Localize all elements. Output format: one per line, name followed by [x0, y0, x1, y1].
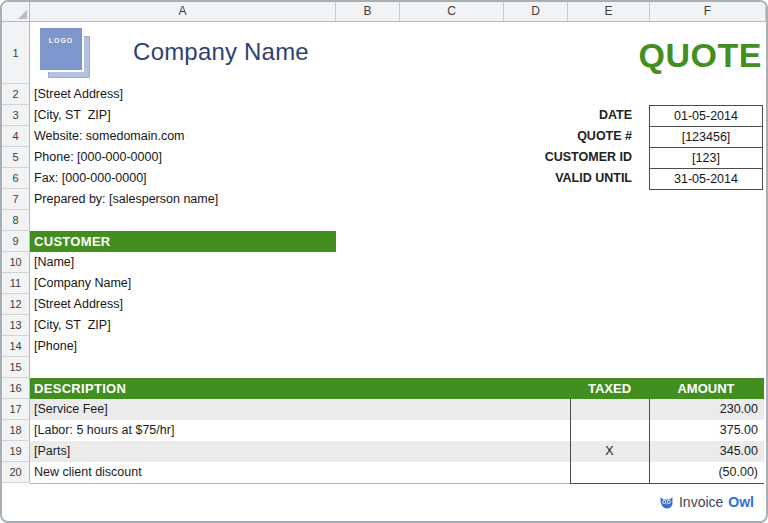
- column-header-c[interactable]: C: [400, 2, 504, 22]
- item-taxed-cell[interactable]: X: [570, 441, 649, 462]
- item-row: [Service Fee] 230.00: [30, 399, 764, 420]
- row-header-14[interactable]: 14: [2, 336, 30, 357]
- logo-placeholder[interactable]: LOGO: [40, 28, 82, 70]
- item-row: [Labor: 5 hours at $75/hr] 375.00: [30, 420, 764, 441]
- row-header-15[interactable]: 15: [2, 357, 30, 378]
- customer-phone-cell[interactable]: [Phone]: [34, 336, 77, 356]
- spreadsheet-window: A B C D E F 1 2 3 4 5 6 7 8 9 10 11 12 1…: [0, 0, 768, 523]
- select-all-corner[interactable]: [2, 2, 30, 22]
- quote-number-value-cell[interactable]: [123456]: [650, 126, 762, 147]
- row-header-2[interactable]: 2: [2, 84, 30, 105]
- row-header-3[interactable]: 3: [2, 105, 30, 126]
- company-phone-cell[interactable]: Phone: [000-000-0000]: [34, 147, 162, 167]
- row-header-7[interactable]: 7: [2, 189, 30, 210]
- invoiceowl-brand[interactable]: Invoice Owl: [659, 494, 754, 510]
- customer-name-cell[interactable]: [Name]: [34, 252, 74, 272]
- row-header-9[interactable]: 9: [2, 231, 30, 252]
- description-header-cell[interactable]: DESCRIPTION: [30, 378, 126, 399]
- logo-text: LOGO: [49, 37, 74, 44]
- row-header-16[interactable]: 16: [2, 378, 30, 399]
- owl-icon: [659, 495, 674, 510]
- taxed-header-cell[interactable]: TAXED: [570, 378, 649, 399]
- brand-owl-text: Owl: [728, 494, 754, 510]
- quote-meta-box: 01-05-2014 [123456] [123] 31-05-2014: [649, 105, 763, 190]
- quote-title-cell[interactable]: QUOTE: [542, 36, 762, 75]
- item-description-cell[interactable]: [Service Fee]: [34, 399, 108, 420]
- company-website-cell[interactable]: Website: somedomain.com: [34, 126, 185, 146]
- customer-company-cell[interactable]: [Company Name]: [34, 273, 131, 293]
- table-bottom-border-dark: [570, 483, 764, 484]
- column-header-e[interactable]: E: [568, 2, 650, 22]
- customer-street-cell[interactable]: [Street Address]: [34, 294, 123, 314]
- column-header-b[interactable]: B: [336, 2, 400, 22]
- row-header-12[interactable]: 12: [2, 294, 30, 315]
- row-header-6[interactable]: 6: [2, 168, 30, 189]
- row-header-20[interactable]: 20: [2, 462, 30, 483]
- column-header-f[interactable]: F: [650, 2, 766, 22]
- row-header-19[interactable]: 19: [2, 441, 30, 462]
- item-description-cell[interactable]: [Parts]: [34, 441, 70, 462]
- company-name-cell[interactable]: Company Name: [96, 38, 346, 66]
- row-header-5[interactable]: 5: [2, 147, 30, 168]
- amount-header-cell[interactable]: AMOUNT: [649, 378, 763, 399]
- table-bottom-border-light: [30, 483, 570, 484]
- customer-id-label-cell[interactable]: CUSTOMER ID: [470, 147, 632, 168]
- row-header-18[interactable]: 18: [2, 420, 30, 441]
- taxed-column-left-border: [570, 399, 571, 483]
- item-amount-cell[interactable]: 375.00: [649, 420, 763, 441]
- item-row: [Parts] X 345.00: [30, 441, 764, 462]
- row-header-10[interactable]: 10: [2, 252, 30, 273]
- select-all-triangle-icon: [18, 10, 27, 19]
- column-header-d[interactable]: D: [504, 2, 568, 22]
- brand-invoice-text: Invoice: [679, 494, 723, 510]
- sheet-area: LOGO Company Name QUOTE [Street Address]…: [30, 22, 766, 483]
- row-header-11[interactable]: 11: [2, 273, 30, 294]
- row-header-17[interactable]: 17: [2, 399, 30, 420]
- row-header-1[interactable]: 1: [2, 22, 30, 84]
- items-table-header: DESCRIPTION TAXED AMOUNT: [30, 378, 764, 399]
- row-header-4[interactable]: 4: [2, 126, 30, 147]
- row-header-13[interactable]: 13: [2, 315, 30, 336]
- customer-id-value-cell[interactable]: [123]: [650, 147, 762, 168]
- row-header-8[interactable]: 8: [2, 210, 30, 231]
- valid-until-value-cell[interactable]: 31-05-2014: [650, 168, 762, 189]
- item-amount-cell[interactable]: 345.00: [649, 441, 763, 462]
- item-amount-cell[interactable]: 230.00: [649, 399, 763, 420]
- item-description-cell[interactable]: [Labor: 5 hours at $75/hr]: [34, 420, 174, 441]
- valid-until-label-cell[interactable]: VALID UNTIL: [470, 168, 632, 189]
- customer-city-cell[interactable]: [City, ST ZIP]: [34, 315, 111, 335]
- company-street-cell[interactable]: [Street Address]: [34, 84, 123, 104]
- column-header-a[interactable]: A: [30, 2, 336, 22]
- date-label-cell[interactable]: DATE: [470, 105, 632, 126]
- taxed-column-right-border: [649, 399, 650, 483]
- company-city-cell[interactable]: [City, ST ZIP]: [34, 105, 111, 125]
- quote-number-label-cell[interactable]: QUOTE #: [470, 126, 632, 147]
- date-value-cell[interactable]: 01-05-2014: [650, 106, 762, 126]
- item-row: New client discount (50.00): [30, 462, 764, 483]
- item-amount-cell[interactable]: (50.00): [649, 462, 763, 483]
- customer-section-header[interactable]: CUSTOMER: [30, 231, 336, 252]
- company-fax-cell[interactable]: Fax: [000-000-0000]: [34, 168, 147, 188]
- prepared-by-cell[interactable]: Prepared by: [salesperson name]: [34, 189, 218, 209]
- item-description-cell[interactable]: New client discount: [34, 462, 142, 483]
